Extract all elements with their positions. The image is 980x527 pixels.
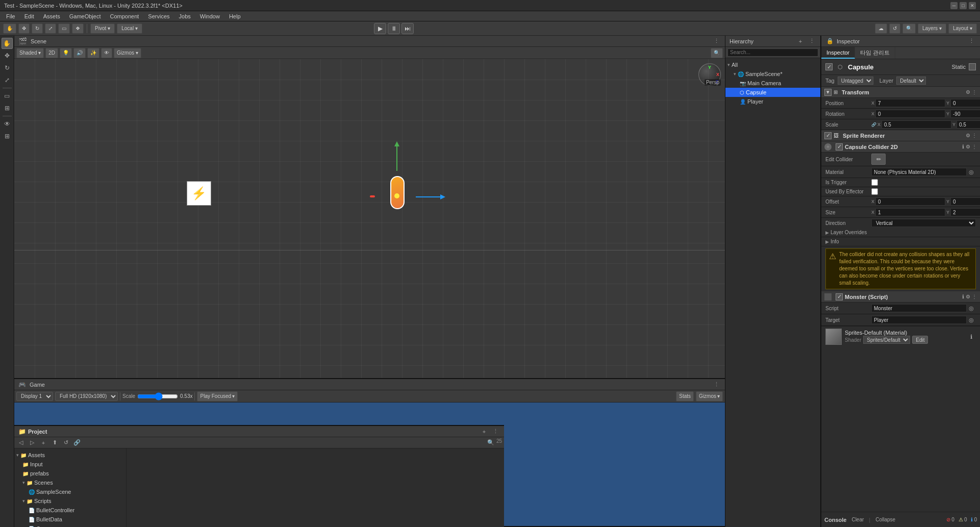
rot-y-input[interactable] [950,110,980,118]
menu-assets[interactable]: Assets [39,13,64,20]
tab-inspector[interactable]: Inspector [821,47,855,59]
project-more-btn[interactable]: ⋮ [491,427,500,436]
sprite-renderer-header[interactable]: ✓ 🖼 Sprite Renderer ⚙ ⋮ [821,130,980,141]
hierarchy-all[interactable]: ▾ All [725,60,820,69]
persp-label[interactable]: Persp [705,79,721,86]
hierarchy-samplescene[interactable]: ▾ 🌐 SampleScene* [725,69,820,79]
refresh-btn[interactable]: ↺ [889,23,900,34]
static-checkbox[interactable] [969,63,976,70]
tool-grid[interactable]: ⊞ [2,131,13,142]
proj-scenes[interactable]: ▾ 📁 Scenes [14,478,126,487]
target-pick-btn[interactable]: ◎ [967,315,976,324]
monster-settings-icon[interactable]: ⚙ [966,294,970,299]
perspective-gizmo[interactable]: X Y Z Persp [698,63,721,86]
monster-info-icon[interactable]: ℹ [962,294,964,299]
proj-gun[interactable]: 📄 Gun [14,524,126,527]
transform-fold[interactable]: ▾ [824,89,832,96]
capsule-settings-icon[interactable]: ⚙ [966,144,970,149]
scene-hidden-btn[interactable]: 👁 [101,48,112,58]
rot-x-input[interactable] [875,110,945,118]
collapse-btn[interactable]: Collapse [873,516,897,523]
capsule-more-icon[interactable]: ⋮ [972,144,977,149]
project-add-btn[interactable]: + [480,427,489,436]
scale-y-input[interactable] [957,120,980,129]
collider-material-ref[interactable]: None (Physics Material 2D) [871,168,967,176]
close-button[interactable]: ✕ [969,2,976,9]
hierarchy-player[interactable]: 👤 Player [725,97,820,106]
edit-collider-btn[interactable]: ✏ [871,154,886,165]
capsule-info-icon[interactable]: ℹ [962,144,964,149]
minimize-button[interactable]: ─ [950,2,958,9]
step-button[interactable]: ⏭ [401,23,414,34]
tool-rotate[interactable]: ↻ [2,62,13,73]
transform-settings-icon[interactable]: ⚙ [966,89,970,95]
shader-edit-btn[interactable]: Edit [912,336,928,344]
hierarchy-main-camera[interactable]: 📷 Main Camera [725,79,820,88]
menu-jobs[interactable]: Jobs [175,13,195,20]
monster-more-icon[interactable]: ⋮ [972,294,977,299]
proj-assets[interactable]: ▾ 📁 Assets [14,450,126,460]
capsule-collider-header[interactable]: ○ ✓ Capsule Collider 2D ℹ ⚙ ⋮ [821,141,980,153]
pos-x-input[interactable] [875,99,945,107]
maximize-button[interactable]: □ [960,2,967,9]
proj-tb-fwd[interactable]: ▷ [28,438,37,447]
script-ref[interactable]: Monster [871,304,967,312]
stats-btn[interactable]: Stats [676,391,694,401]
tag-select[interactable]: Untagged [838,77,873,85]
sprite-renderer-more-icon[interactable]: ⋮ [972,133,977,138]
game-display-select[interactable]: Display 1 [16,392,53,401]
sprite-renderer-checkbox[interactable]: ✓ [824,132,832,139]
hierarchy-capsule[interactable]: ⬡ Capsule [725,88,820,97]
game-resolution-select[interactable]: Full HD (1920x1080) [55,392,118,401]
obj-active-checkbox[interactable]: ✓ [825,63,833,70]
offset-x-input[interactable] [875,197,945,206]
tool-hand[interactable]: ✋ [2,38,13,49]
proj-scripts[interactable]: ▾ 📁 Scripts [14,496,126,506]
menu-help[interactable]: Help [225,13,245,20]
toolbar-scale-tool[interactable]: ⤢ [45,23,56,34]
capsule-object[interactable] [378,166,418,227]
tool-custom-1[interactable]: ⊞ [2,103,13,114]
monster-script-header[interactable]: ✓ Monster (Script) ℹ ⚙ ⋮ [821,291,980,303]
proj-tb-new[interactable]: + [39,438,48,447]
capsule-collider-checkbox[interactable]: ✓ [836,143,843,150]
tab-animation[interactable]: 타임 관리트 [855,47,895,59]
gizmos-btn[interactable]: Gizmos ▾ [696,391,723,401]
layer-select[interactable]: Default [896,77,926,85]
transform-more-icon[interactable]: ⋮ [972,89,977,95]
menu-component[interactable]: Component [106,13,143,20]
shader-select[interactable]: Sprites/Default [863,336,910,344]
menu-window[interactable]: Window [196,13,224,20]
pivot-dropdown[interactable]: Pivot ▾ [90,23,115,34]
toolbar-move-tool[interactable]: ✥ [18,23,30,34]
play-button[interactable]: ▶ [374,23,386,34]
toolbar-transform-tool[interactable]: ❖ [72,23,84,34]
game-more-btn[interactable]: ⋮ [712,380,721,389]
used-by-effector-checkbox[interactable] [871,188,878,195]
size-x-input[interactable] [875,208,945,216]
scale-slider[interactable] [137,393,178,400]
collider-material-pick-btn[interactable]: ◎ [967,167,976,177]
tool-move[interactable]: ✥ [2,50,13,61]
target-ref[interactable]: Player [871,316,967,324]
menu-edit[interactable]: Edit [20,13,38,20]
proj-samplescene[interactable]: 🌐 SampleScene [14,487,126,496]
scale-x-input[interactable] [882,120,951,129]
offset-y-input[interactable] [950,197,980,206]
size-y-input[interactable] [950,208,980,216]
sprite-renderer-settings-icon[interactable]: ⚙ [966,133,970,138]
scene-shading-btn[interactable]: Shaded ▾ [16,48,44,58]
direction-select[interactable]: Vertical Horizontal [871,219,976,227]
tool-view[interactable]: 👁 [2,118,13,130]
clear-btn[interactable]: Clear [849,516,866,523]
proj-search-btn[interactable]: 🔍 [486,438,495,447]
tool-scale[interactable]: ⤢ [2,74,13,86]
hierarchy-search[interactable] [727,48,818,57]
hierarchy-add-btn[interactable]: + [796,37,805,46]
scene-light-btn[interactable]: 💡 [60,48,72,58]
scene-2d-btn[interactable]: 2D [45,48,58,58]
proj-input[interactable]: 📁 Input [14,460,126,469]
toolbar-hand-tool[interactable]: ✋ [3,23,16,34]
cloud-btn[interactable]: ☁ [875,23,887,34]
proj-tb-back[interactable]: ◁ [16,438,26,447]
